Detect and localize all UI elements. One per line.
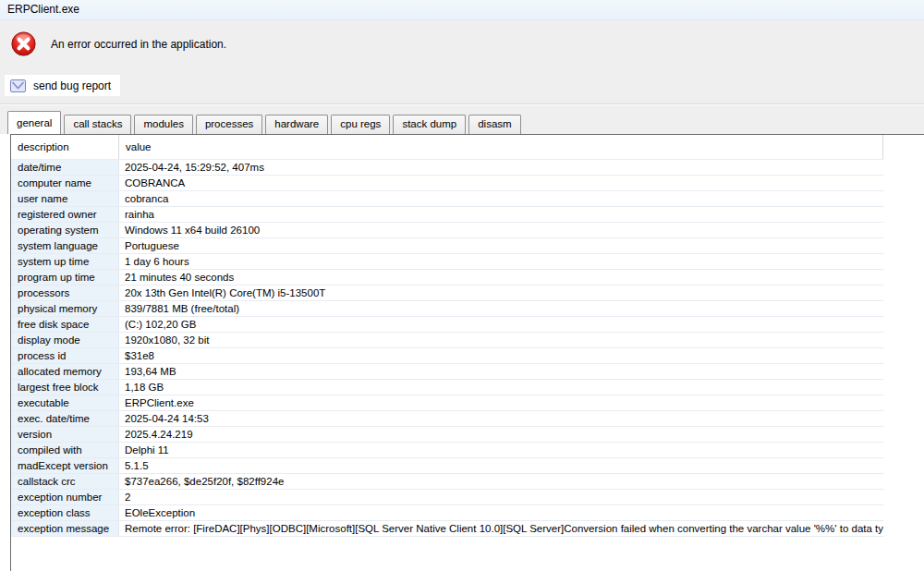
title-bar: ERPClient.exe — [0, 0, 924, 20]
row-description: exec. date/time — [11, 411, 119, 426]
envelope-icon — [10, 79, 26, 92]
table-header: description value — [11, 135, 883, 160]
table-row[interactable]: computer nameCOBRANCA — [11, 176, 883, 191]
row-description: process id — [11, 348, 119, 363]
row-description: exception message — [11, 521, 119, 536]
row-value: Remote error: [FireDAC][Phys][ODBC][Micr… — [119, 521, 883, 536]
table-row[interactable]: exception number2 — [11, 490, 883, 505]
row-description: system up time — [11, 254, 119, 269]
row-description: exception class — [11, 505, 119, 520]
row-description: display mode — [11, 333, 119, 347]
table-row[interactable]: program up time21 minutes 40 seconds — [11, 270, 883, 286]
row-description: compiled with — [11, 443, 119, 457]
header-description: description — [11, 135, 119, 159]
table-row[interactable]: callstack crc$737ea266, $de25f20f, $82ff… — [11, 474, 883, 490]
table-row[interactable]: madExcept version5.1.5 — [11, 458, 883, 474]
table-row[interactable]: free disk space(C:) 102,20 GB — [11, 317, 883, 333]
row-value: cobranca — [119, 191, 883, 206]
row-value: Windows 11 x64 build 26100 — [119, 223, 883, 237]
table-row[interactable]: process id$31e8 — [11, 348, 883, 364]
tab-modules[interactable]: modules — [134, 115, 192, 135]
tab-cpu-regs[interactable]: cpu regs — [331, 115, 390, 135]
tab-disasm[interactable]: disasm — [468, 115, 520, 135]
row-value: 2 — [119, 490, 883, 504]
table-row[interactable]: processors20x 13th Gen Intel(R) Core(TM)… — [11, 286, 883, 301]
row-description: system language — [11, 238, 119, 253]
row-value: $31e8 — [119, 348, 883, 363]
row-description: executable — [11, 395, 119, 410]
table-row[interactable]: registered ownerrainha — [11, 207, 883, 223]
table-row[interactable]: display mode1920x1080, 32 bit — [11, 333, 883, 348]
row-description: date/time — [11, 160, 119, 175]
row-value: 1 day 6 hours — [119, 254, 883, 269]
row-description: version — [11, 427, 119, 442]
row-value: 2025-04-24, 15:29:52, 407ms — [119, 160, 883, 175]
row-description: user name — [11, 191, 119, 206]
row-value: EOleException — [119, 505, 883, 520]
row-value: 2025-04-24 14:53 — [119, 411, 883, 426]
table-row[interactable]: date/time2025-04-24, 15:29:52, 407ms — [11, 160, 883, 176]
row-value: 20x 13th Gen Intel(R) Core(TM) i5-13500T — [119, 286, 883, 300]
row-value: 21 minutes 40 seconds — [119, 270, 883, 285]
row-description: exception number — [11, 490, 119, 504]
row-description: program up time — [11, 270, 119, 285]
row-value: 1920x1080, 32 bit — [119, 333, 883, 347]
send-bug-report-label: send bug report — [33, 79, 111, 92]
tab-hardware[interactable]: hardware — [265, 115, 328, 135]
row-value: (C:) 102,20 GB — [119, 317, 883, 332]
row-description: allocated memory — [11, 364, 119, 379]
tab-processes[interactable]: processes — [196, 115, 262, 135]
table-rows: date/time2025-04-24, 15:29:52, 407mscomp… — [11, 160, 883, 537]
table-row[interactable]: system up time1 day 6 hours — [11, 254, 883, 270]
tab-stack-dump[interactable]: stack dump — [393, 115, 466, 135]
row-description: processors — [11, 286, 119, 300]
tab-bar: generalcall stacksmodulesprocesseshardwa… — [0, 105, 924, 134]
table-row[interactable]: exception classEOleException — [11, 505, 883, 521]
row-value: 193,64 MB — [119, 364, 883, 379]
row-description: callstack crc — [11, 474, 119, 489]
row-description: registered owner — [11, 207, 119, 222]
info-table: description value date/time2025-04-24, 1… — [10, 134, 924, 571]
row-description: computer name — [11, 176, 119, 190]
error-message: An error occurred in the application. — [51, 38, 226, 51]
table-row[interactable]: exception messageRemote error: [FireDAC]… — [11, 521, 883, 537]
table-row[interactable]: exec. date/time2025-04-24 14:53 — [11, 411, 883, 427]
row-description: physical memory — [11, 301, 119, 316]
table-row[interactable]: version2025.4.24.219 — [11, 427, 883, 443]
row-value: 5.1.5 — [119, 458, 883, 473]
table-row[interactable]: user namecobranca — [11, 191, 883, 207]
table-row[interactable]: physical memory839/7881 MB (free/total) — [11, 301, 883, 317]
table-row[interactable]: allocated memory193,64 MB — [11, 364, 883, 380]
row-value: ERPClient.exe — [119, 395, 883, 410]
row-value: rainha — [119, 207, 883, 222]
row-value: 2025.4.24.219 — [119, 427, 883, 442]
error-icon — [11, 31, 36, 56]
row-description: largest free block — [11, 380, 119, 395]
row-description: madExcept version — [11, 458, 119, 473]
table-row[interactable]: system languagePortuguese — [11, 238, 883, 254]
tab-general[interactable]: general — [7, 111, 61, 135]
row-value: 1,18 GB — [119, 380, 883, 395]
window-title: ERPClient.exe — [7, 3, 79, 16]
table-row[interactable]: operating systemWindows 11 x64 build 261… — [11, 223, 883, 238]
row-value: COBRANCA — [119, 176, 883, 190]
row-description: operating system — [11, 223, 119, 237]
row-value: 839/7881 MB (free/total) — [119, 301, 883, 316]
table-row[interactable]: executableERPClient.exe — [11, 395, 883, 411]
send-bug-report-button[interactable]: send bug report — [5, 75, 120, 96]
row-value: Delphi 11 — [119, 443, 883, 457]
table-row[interactable]: compiled withDelphi 11 — [11, 443, 883, 458]
table-row[interactable]: largest free block1,18 GB — [11, 380, 883, 395]
error-panel: An error occurred in the application. se… — [0, 20, 924, 104]
header-value: value — [119, 135, 883, 159]
tab-call-stacks[interactable]: call stacks — [64, 115, 131, 135]
row-value: Portuguese — [119, 238, 883, 253]
row-value: $737ea266, $de25f20f, $82ff924e — [119, 474, 883, 489]
row-description: free disk space — [11, 317, 119, 332]
